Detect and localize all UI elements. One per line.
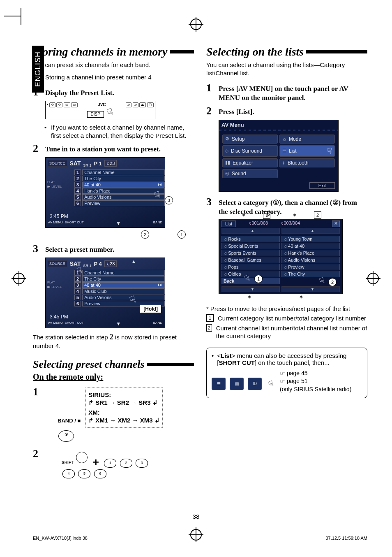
headunit-panel: • ⟲ ⟲ ▭ ▭ JVC ▱ ▱ ⏏ ▢ DISP ☟ [45, 101, 155, 119]
menu-equalizer[interactable]: ▮▮Equalizer [222, 158, 278, 167]
step-number: 3 [33, 243, 41, 255]
list-item[interactable]: ♫ Hank's Place [281, 250, 340, 256]
footer-filename: EN_KW-AVX710[J].indb 38 [33, 536, 88, 541]
list-item[interactable]: ♫ 40 at 40 [281, 243, 340, 249]
shift-button[interactable] [76, 452, 88, 463]
step-2: 2 Tune in to a station you want to prese… [33, 142, 194, 155]
exit-button[interactable]: Exit [309, 182, 335, 189]
disp-button[interactable]: DISP [87, 111, 104, 118]
shortcut-icon-1[interactable]: ☰ [212, 378, 226, 390]
r-step-1: 1 Press [AV MENU] on the touch panel or … [206, 82, 367, 102]
intro-lists: You can select a channel using the lists… [206, 61, 367, 78]
list-item[interactable]: ♫ Audio Visions [281, 257, 340, 263]
channel-list[interactable]: ♫ Young Town ♫ 40 at 40 ♫ Hank's Place ♫… [281, 235, 340, 285]
callout-box-1: 1 [263, 211, 270, 219]
menu-disc-surround[interactable]: ◇Disc Surround [222, 145, 278, 157]
list-item[interactable]: ♫ Oldies [221, 271, 280, 277]
channel-counter: ♫003/004 [280, 220, 300, 227]
num-button-5[interactable]: 5 [78, 469, 90, 478]
menu-sound[interactable]: ◎Sound [222, 169, 278, 178]
step-text: Tune in to a station you want to preset. [45, 142, 194, 155]
list-item[interactable]: ♫ Special Events [221, 243, 280, 249]
callout-2: 2 [141, 230, 149, 239]
heading-sel-lists: Selecting on the lists [206, 45, 367, 58]
num-button-2[interactable]: 2 [120, 459, 132, 468]
list-item[interactable]: ♫ Baseball Games [221, 257, 280, 263]
figure-av-menu: AV Menu ⚙Setup ☼Mode ◇Disc Surround ☰Lis… [219, 120, 367, 192]
num-button-1[interactable]: 1 [104, 459, 116, 468]
hand-icon: ☟ [106, 107, 115, 118]
preset-list[interactable]: 1Channel Name 2The City 340 at 40⏭ 4Hank… [74, 169, 165, 206]
av-menu-screen[interactable]: AV Menu ⚙Setup ☼Mode ◇Disc Surround ☰Lis… [219, 120, 339, 192]
tip-box: • <List> menu can also be accessed by pr… [206, 348, 367, 398]
callout-2: 2 [328, 278, 337, 286]
menu-mode[interactable]: ☼Mode [279, 135, 335, 144]
list-item[interactable]: ♫ The City [281, 271, 340, 277]
band-button[interactable]: ⦿ [58, 430, 74, 442]
figure-screen-1: SOURCE SAT SR 1 P 1 ♫23 FLAT ⏮ LEVEL 1Ch… [45, 157, 194, 239]
crop-mark [16, 8, 33, 25]
list-tab[interactable]: List [221, 220, 236, 227]
list-item[interactable]: ♫ Pops [221, 264, 280, 270]
num-button-4[interactable]: 4 [62, 469, 75, 478]
list-item[interactable]: ♫ Young Town [281, 236, 340, 242]
shift-label: SHIFT [62, 460, 74, 465]
step-text: Press [List]. [219, 105, 367, 117]
left-column: Storing channels in memory You can prese… [33, 45, 194, 482]
page: ENGLISH Storing channels in memory You c… [0, 0, 392, 557]
preset-list[interactable]: 1Channel Name 2The City 340 at 40⏭ 4Musi… [74, 270, 165, 306]
menu-bluetooth[interactable]: ᚼBluetooth [279, 158, 335, 167]
step-number: 3 [206, 196, 214, 216]
shortcut-icon-id[interactable]: ID [248, 378, 262, 390]
hand-icon: ☟ [327, 147, 332, 155]
step-1: 1 Display the Preset List. [33, 86, 194, 98]
close-button[interactable]: ✕ [332, 220, 340, 227]
callout-box-2: 2 [314, 211, 321, 219]
band-sequence-box: SIRIUS: ↱ SR1 → SR2 → SR3 ↲ XM: ↱ XM1 → … [85, 388, 163, 428]
list-item[interactable]: ♫ Sports Events [221, 250, 280, 256]
r-step-3: 3 Select a category (①), then a channel … [206, 196, 367, 216]
step-number: 2 [206, 105, 214, 117]
step-number: 2 [33, 142, 41, 155]
figure-headunit: • ⟲ ⟲ ▭ ▭ JVC ▱ ▱ ⏏ ▢ DISP ☟ [45, 101, 194, 119]
registration-mark-right [367, 273, 379, 284]
touch-screen[interactable]: SOURCE SAT SR 1 P 1 ♫23 FLAT ⏮ LEVEL 1Ch… [45, 157, 165, 228]
sat-label: SAT [70, 160, 81, 167]
step-number: 2 [33, 448, 41, 479]
list-item[interactable]: ♫ Preview [281, 264, 340, 270]
bullet-channel-name: •If you want to select a channel by chan… [44, 123, 194, 140]
star-icon: ✶ [247, 294, 251, 300]
category-list[interactable]: ♫ Rocks ♫ Special Events ♫ Sports Events… [221, 235, 280, 285]
shortcut-icon-2[interactable]: ▤ [230, 378, 244, 390]
result-text: The station selected in step 2 is now st… [33, 332, 194, 350]
category-counter: ♫001/003 [248, 220, 268, 227]
remote-step-1: 1 BAND / ■ SIRIUS: ↱ SR1 → SR2 → SR3 ↲ X… [33, 386, 194, 445]
clock: 3:45 PM [50, 314, 68, 320]
right-column: Selecting on the lists You can select a … [206, 45, 367, 482]
registration-mark-top [190, 19, 202, 30]
step-3: 3 Select a preset number. [33, 243, 194, 255]
step-text: Display the Preset List. [45, 86, 194, 98]
r-step-2: 2 Press [List]. [206, 105, 367, 117]
channel-box: ♫23 [104, 260, 117, 267]
hand-icon: ☟ [267, 379, 274, 388]
touch-screen[interactable]: SOURCE SAT SR 1 P 4 ♫23 ▲ ☟ FLAT ⏮ LEVEL… [45, 258, 165, 328]
menu-setup[interactable]: ⚙Setup [222, 135, 278, 144]
source-button[interactable]: SOURCE [47, 160, 67, 167]
menu-list[interactable]: ☰List☟ [279, 145, 335, 157]
num-button-3[interactable]: 3 [136, 459, 148, 468]
list-screen[interactable]: List ♫001/003 ♫003/004 ✕ ▲ ▲ ♫ Rocks ♫ S… [219, 219, 343, 294]
preset-indicator: P 1 [94, 160, 102, 167]
hold-label: [Hold] [140, 305, 161, 313]
footer: EN_KW-AVX710[J].indb 38 07.12.5 11:59:18… [33, 536, 367, 541]
notes: *Press to move to the previous/next page… [206, 305, 367, 340]
content-columns: Storing channels in memory You can prese… [33, 45, 367, 482]
num-button-6[interactable]: 6 [94, 469, 106, 478]
list-item[interactable]: ♫ Rocks [221, 236, 280, 242]
source-button[interactable]: SOURCE [47, 260, 67, 267]
star-icon: ✶ [299, 294, 303, 300]
key-2: 2 [206, 324, 212, 332]
star-icon: ✶ [242, 212, 246, 218]
callout-3: 3 [165, 196, 173, 204]
heading-storing: Storing channels in memory [33, 45, 194, 58]
